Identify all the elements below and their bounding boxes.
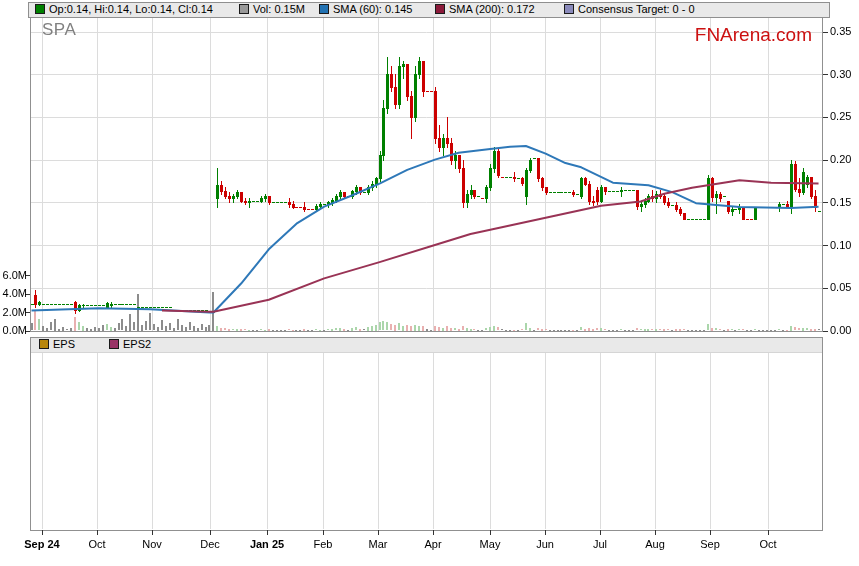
sma200-swatch — [435, 4, 445, 14]
legend-volume-label: Vol: 0.15M — [253, 3, 305, 15]
legend-eps-label: EPS — [53, 338, 75, 350]
chart-canvas — [0, 0, 859, 566]
volume-axis-label: 6.0M — [3, 269, 27, 281]
legend-item-sma200: SMA (200): 0.172 — [435, 3, 535, 16]
month-axis-label: Aug — [645, 538, 665, 550]
legend-sma200-label: SMA (200): 0.172 — [449, 3, 535, 15]
legend-item-consensus: Consensus Target: 0 - 0 — [564, 3, 695, 16]
legend-item-eps2: EPS2 — [109, 338, 151, 351]
volume-axis-label: 4.0M — [3, 287, 27, 299]
legend-item-ohlc: Op:0.14, Hi:0.14, Lo:0.14, Cl:0.14 — [35, 3, 213, 16]
consensus-swatch — [564, 4, 574, 14]
volume-axis-label: 0.0M — [3, 324, 27, 336]
month-axis-label: Oct — [88, 538, 105, 550]
price-axis-labels: 0.350.300.250.200.150.100.050.00 — [830, 0, 859, 566]
month-axis-label: Sep — [700, 538, 720, 550]
fnarena-watermark: FNArena.com — [695, 24, 812, 46]
volume-swatch — [239, 4, 249, 14]
ticker-symbol: SPA — [42, 20, 76, 40]
price-axis-label: 0.20 — [830, 153, 851, 165]
price-axis-label: 0.30 — [830, 68, 851, 80]
month-axis-label: Oct — [759, 538, 776, 550]
volume-axis-labels: 6.0M4.0M2.0M0.0M — [0, 0, 27, 566]
sma60-swatch — [319, 4, 329, 14]
month-axis-label: Feb — [314, 538, 333, 550]
top-legend-band: Op:0.14, Hi:0.14, Lo:0.14, Cl:0.14 Vol: … — [28, 2, 830, 18]
price-axis-label: 0.00 — [830, 324, 851, 336]
month-axis-label: Jul — [593, 538, 607, 550]
month-axis-labels: Sep 24OctNovDecJan 25FebMarAprMayJunJulA… — [0, 538, 859, 552]
legend-item-volume: Vol: 0.15M — [239, 3, 305, 16]
month-axis-label: Jun — [536, 538, 554, 550]
month-axis-label: Dec — [200, 538, 220, 550]
eps-swatch — [39, 339, 49, 349]
price-axis-label: 0.15 — [830, 196, 851, 208]
legend-ohlc-label: Op:0.14, Hi:0.14, Lo:0.14, Cl:0.14 — [49, 3, 213, 15]
eps-legend-band: EPS EPS2 — [31, 338, 822, 353]
month-axis-label: Nov — [142, 538, 162, 550]
volume-axis-label: 2.0M — [3, 306, 27, 318]
eps2-swatch — [109, 339, 119, 349]
legend-consensus-label: Consensus Target: 0 - 0 — [578, 3, 695, 15]
legend-sma60-label: SMA (60): 0.145 — [333, 3, 413, 15]
legend-item-eps: EPS — [39, 338, 75, 351]
price-axis-label: 0.05 — [830, 281, 851, 293]
price-axis-label: 0.25 — [830, 110, 851, 122]
ohlc-swatch — [35, 4, 45, 14]
legend-eps2-label: EPS2 — [123, 338, 151, 350]
price-axis-label: 0.10 — [830, 239, 851, 251]
month-axis-label: Mar — [369, 538, 388, 550]
price-axis-label: 0.35 — [830, 25, 851, 37]
legend-item-sma60: SMA (60): 0.145 — [319, 3, 413, 16]
month-axis-label: Sep 24 — [24, 538, 59, 550]
month-axis-label: May — [480, 538, 501, 550]
month-axis-label: Apr — [424, 538, 441, 550]
stock-chart-page: Op:0.14, Hi:0.14, Lo:0.14, Cl:0.14 Vol: … — [0, 0, 859, 566]
month-axis-label: Jan 25 — [250, 538, 284, 550]
